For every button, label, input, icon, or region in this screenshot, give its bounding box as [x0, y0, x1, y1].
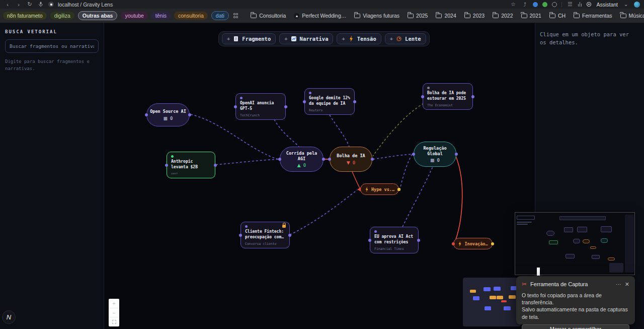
port[interactable]	[353, 100, 356, 103]
fragment-node-openai-gpt5[interactable]: OpenAI anuncia GPT-5 TechCrunch	[235, 93, 286, 120]
bookmark-folder[interactable]: 2025	[408, 13, 428, 19]
bookmark-star-icon[interactable]: ☆	[510, 1, 517, 8]
fragment-node-eu-ai-act[interactable]: EU aprova AI Act com restrições Financia…	[370, 227, 419, 253]
bookmark-pill[interactable]: dati	[211, 11, 229, 20]
notification-menu-icon[interactable]: ···	[616, 281, 621, 287]
port[interactable]	[412, 153, 415, 156]
bookmark-folder[interactable]: Música	[620, 13, 644, 19]
port[interactable]	[234, 105, 237, 108]
narrative-node-regulacao-global[interactable]: Regulação Global ■0	[414, 142, 456, 167]
bookmark-pill[interactable]: youtube	[121, 12, 147, 20]
extension-icon-green[interactable]	[542, 2, 547, 7]
bookmark-folder[interactable]: Ferramentas	[574, 13, 612, 19]
fragment-node-anthropic-2b[interactable]: Anthropic levanta $2B user	[167, 152, 215, 178]
port[interactable]	[284, 105, 287, 108]
attribution-badge[interactable]: N	[2, 310, 16, 324]
search-input[interactable]	[5, 39, 99, 53]
tension-node-inovacao[interactable]: Inovação…	[453, 238, 493, 249]
trend-down-icon: ▼	[347, 160, 350, 165]
share-icon[interactable]: ⤴	[521, 2, 528, 8]
bookmark-folder[interactable]: 2022	[493, 13, 513, 19]
extension-icon-blue[interactable]	[533, 2, 538, 7]
port[interactable]	[322, 158, 325, 161]
fragment-node-cliente-fintech[interactable]: Cliente Fintech: preocupação com… Conver…	[240, 222, 290, 248]
zoom-out-button[interactable]: −	[109, 308, 119, 318]
port[interactable]	[328, 158, 331, 161]
narrative-node-bolha-de-ia[interactable]: Bolha de IA ▼0	[330, 147, 372, 172]
notification-close-icon[interactable]: ✕	[625, 281, 629, 288]
port[interactable]	[397, 188, 400, 191]
bookmark-pill[interactable]: tênis	[151, 12, 171, 20]
fragment-node-bolha-estourar-2025[interactable]: Bolha de IA pode estourar em 2025 The Ec…	[423, 83, 473, 110]
bookmark-site[interactable]: ▲Perfect Wedding…	[294, 13, 346, 19]
equalizer-icon[interactable]	[578, 2, 582, 7]
chevron-down-icon[interactable]: ⌄	[622, 1, 629, 8]
port[interactable]	[214, 164, 217, 167]
port[interactable]	[417, 239, 420, 242]
minimap-node	[490, 296, 496, 299]
zoom-in-button[interactable]: +	[109, 299, 119, 308]
port[interactable]	[145, 113, 148, 116]
port[interactable]	[471, 95, 474, 98]
reload-icon[interactable]: ↻	[26, 1, 33, 8]
preview-node	[573, 239, 580, 243]
bookmark-pill[interactable]: Outras abas	[78, 11, 118, 20]
bookmark-folder[interactable]: 2021	[521, 13, 541, 19]
assistant-label[interactable]: Assistant	[596, 2, 618, 8]
add-narrative-button[interactable]: + Narrativa	[279, 33, 333, 44]
minimap[interactable]	[463, 278, 521, 326]
port[interactable]	[368, 239, 371, 242]
lightning-icon	[458, 241, 462, 246]
preview-node	[592, 255, 600, 259]
bookmark-folder[interactable]: Consultoria	[251, 13, 286, 19]
add-tension-button[interactable]: + Tensão	[337, 33, 381, 44]
minimap-node	[504, 306, 511, 310]
lightning-icon	[365, 187, 369, 192]
apps-grid-icon[interactable]	[233, 13, 238, 18]
port[interactable]	[452, 242, 455, 245]
back-icon[interactable]: ‹	[4, 2, 11, 8]
fragment-source: The Economist	[427, 103, 468, 107]
port[interactable]	[371, 158, 374, 161]
microphone-icon[interactable]	[37, 2, 44, 7]
profile-avatar[interactable]	[634, 2, 640, 8]
forward-icon[interactable]: ›	[15, 2, 22, 8]
port[interactable]	[288, 234, 291, 237]
port[interactable]	[188, 113, 191, 116]
preview-node	[601, 226, 612, 232]
narrative-node-corrida-pela-agi[interactable]: Corrida pela AGI ▲0	[280, 147, 324, 172]
edge	[274, 119, 300, 148]
bookmark-folder[interactable]: Viagens futuras	[354, 13, 399, 19]
bookmark-folder[interactable]: 2024	[436, 13, 456, 19]
port[interactable]	[303, 100, 306, 103]
port[interactable]	[278, 158, 281, 161]
preview-node	[546, 231, 554, 236]
lightning-icon	[348, 36, 354, 42]
add-lens-button[interactable]: + Lente	[385, 33, 426, 44]
port[interactable]	[165, 164, 168, 167]
port[interactable]	[421, 95, 424, 98]
screenshot-preview[interactable]	[515, 212, 635, 275]
minimap-node	[473, 296, 479, 300]
narrative-node-open-source-ai[interactable]: Open Source AI ■0	[146, 103, 190, 126]
port[interactable]	[239, 234, 242, 237]
port[interactable]	[455, 153, 458, 156]
bookmark-folder[interactable]: CH	[549, 13, 566, 19]
bookmark-pill[interactable]: consultoria	[174, 12, 208, 20]
bookmark-pill[interactable]: n8n faturameto	[3, 12, 47, 20]
bookmark-folder[interactable]: 2023	[464, 13, 485, 19]
add-fragment-button[interactable]: + Fragmento	[222, 33, 276, 44]
site-favicon	[48, 2, 54, 7]
fragment-node-google-demite[interactable]: Google demite 12% da equipe de IA Reuter…	[304, 88, 355, 115]
folder-icon	[620, 14, 626, 18]
trend-flat-icon: ■	[430, 158, 435, 163]
mark-and-share-button[interactable]: Marcar e compartilhar	[522, 324, 629, 329]
port[interactable]	[491, 242, 494, 245]
fit-view-button[interactable]	[109, 317, 119, 326]
edge	[216, 159, 278, 165]
menu-icon[interactable]: ☰	[567, 1, 574, 8]
extension-icon-outline[interactable]	[552, 2, 557, 7]
tension-node-hype-vs[interactable]: Hype vs.…	[360, 183, 399, 195]
address-url[interactable]: localhost / Gravity Lens	[58, 2, 113, 8]
bookmark-pill[interactable]: digiliza	[50, 12, 74, 20]
